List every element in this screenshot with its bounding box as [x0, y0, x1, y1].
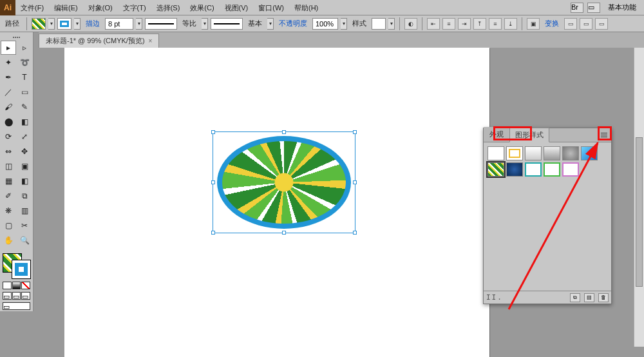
slice-tool[interactable]: ✂ — [17, 218, 32, 233]
style-thumb-pink-border[interactable] — [562, 162, 579, 177]
align-center-h-icon[interactable]: ≡ — [442, 18, 455, 30]
handle-s[interactable] — [282, 231, 286, 235]
line-tool[interactable]: ／ — [1, 85, 16, 99]
align-top-icon[interactable]: ⤒ — [473, 18, 486, 30]
scale-tool[interactable]: ⤢ — [17, 130, 32, 144]
fill-stroke-preview[interactable]: ▭ ▭ ▭ ▭ — [0, 252, 33, 311]
stroke-swatch[interactable] — [57, 18, 71, 30]
scroll-thumb[interactable] — [636, 137, 643, 287]
arrange-button[interactable]: ▭ — [587, 3, 600, 13]
stroke-link[interactable]: 描边 — [83, 19, 102, 28]
symbol-sprayer-tool[interactable]: ❋ — [1, 204, 16, 218]
gradient-tool[interactable]: ◧ — [17, 174, 32, 188]
selection-bounding-box[interactable] — [213, 131, 355, 233]
fill-swatch[interactable] — [32, 18, 46, 30]
fill-dropdown[interactable] — [48, 18, 55, 30]
variable-width-dropdown[interactable] — [202, 18, 208, 30]
draw-behind-icon[interactable]: ▭ — [12, 292, 21, 300]
graphic-styles-panel[interactable]: 外观 图形样式 II. ⧉ ▤ 🗑 — [483, 128, 612, 304]
handle-n[interactable] — [282, 130, 286, 134]
style-dropdown[interactable] — [388, 18, 395, 30]
style-thumb-shadow[interactable] — [544, 146, 560, 160]
menu-object[interactable]: 对象(O) — [83, 0, 118, 15]
menu-edit[interactable]: 编辑(E) — [49, 0, 83, 15]
opacity-link[interactable]: 不透明度 — [276, 19, 310, 28]
delete-style-icon[interactable]: 🗑 — [598, 293, 609, 302]
style-thumb-deep-blue[interactable] — [506, 162, 523, 177]
opacity-dropdown[interactable] — [341, 18, 347, 30]
tab-graphic-styles[interactable]: 图形样式 — [509, 128, 549, 142]
direct-selection-tool[interactable]: ▹ — [17, 41, 32, 55]
draw-normal-icon[interactable]: ▭ — [3, 292, 12, 300]
menu-effect[interactable]: 效果(C) — [185, 0, 219, 15]
break-link-icon[interactable]: ⧉ — [570, 293, 580, 302]
recolor-icon[interactable]: ◐ — [404, 18, 417, 30]
style-thumb-sphere[interactable] — [562, 146, 579, 160]
free-transform-tool[interactable]: ✥ — [17, 144, 32, 159]
align-bottom-icon[interactable]: ⤓ — [504, 18, 517, 30]
column-graph-tool[interactable]: ▥ — [17, 204, 32, 218]
transform-x-icon[interactable]: ▭ — [564, 18, 577, 30]
style-thumb-soft[interactable] — [525, 146, 542, 160]
stroke-dropdown[interactable] — [74, 18, 80, 30]
transform-link[interactable]: 变换 — [542, 19, 562, 28]
gradient-mode-icon[interactable] — [12, 282, 21, 289]
perspective-tool[interactable]: ▣ — [17, 159, 32, 173]
width-tool[interactable]: ⇔ — [1, 144, 16, 159]
tab-appearance[interactable]: 外观 — [484, 127, 509, 142]
opacity-field[interactable]: 100% — [312, 18, 338, 30]
zoom-tool[interactable]: 🔍 — [17, 233, 32, 247]
panel-footer-left-icon[interactable]: II. — [486, 293, 503, 302]
menu-file[interactable]: 文件(F) — [15, 0, 49, 15]
none-mode-icon[interactable] — [21, 282, 30, 289]
artboard-tool[interactable]: ▢ — [1, 218, 16, 233]
mesh-tool[interactable]: ▦ — [1, 174, 16, 188]
eraser-tool[interactable]: ◧ — [17, 115, 32, 129]
pencil-tool[interactable]: ✎ — [17, 100, 32, 114]
draw-inside-icon[interactable]: ▭ — [21, 292, 30, 300]
hand-tool[interactable]: ✋ — [1, 233, 16, 247]
rotate-tool[interactable]: ⟳ — [1, 130, 16, 144]
menu-type[interactable]: 文字(T) — [118, 0, 151, 15]
align-left-icon[interactable]: ⇤ — [427, 18, 440, 30]
handle-w[interactable] — [211, 180, 215, 184]
selection-tool[interactable]: ▸ — [1, 41, 16, 55]
workspace-switcher[interactable]: 基本功能 — [604, 3, 640, 12]
artboard[interactable] — [64, 48, 489, 357]
style-thumb-green-border[interactable] — [544, 162, 560, 177]
lasso-tool[interactable]: ➰ — [17, 55, 32, 70]
menu-select[interactable]: 选择(S) — [151, 0, 185, 15]
toolbox-grip[interactable] — [0, 35, 33, 40]
shape-builder-tool[interactable]: ◫ — [1, 159, 16, 173]
style-thumb-teal-border[interactable] — [525, 162, 542, 177]
color-mode-icon[interactable] — [3, 282, 12, 289]
new-style-icon[interactable]: ▤ — [584, 293, 594, 302]
panel-menu-icon[interactable] — [598, 130, 610, 140]
handle-nw[interactable] — [211, 130, 215, 134]
style-thumb-foliage[interactable] — [488, 162, 504, 177]
blend-tool[interactable]: ⧉ — [17, 189, 32, 203]
screen-mode-icon[interactable]: ▭ — [3, 302, 30, 310]
handle-se[interactable] — [353, 231, 357, 235]
brush-field[interactable] — [211, 18, 243, 30]
rectangle-tool[interactable]: ▭ — [17, 85, 32, 99]
document-tab[interactable]: 未标题-1* @ 99% (CMYK/预览) × — [39, 34, 159, 48]
align-right-icon[interactable]: ⇥ — [458, 18, 471, 30]
style-thumb-blue-gradient[interactable] — [581, 146, 598, 160]
paintbrush-tool[interactable]: 🖌 — [1, 100, 16, 114]
variable-width-field[interactable] — [145, 18, 177, 30]
magic-wand-tool[interactable]: ✦ — [1, 55, 16, 70]
transform-y-icon[interactable]: ▭ — [580, 18, 592, 30]
stroke-weight-field[interactable]: 8 pt — [105, 18, 133, 30]
bridge-button[interactable]: Br — [571, 3, 583, 13]
eyedropper-tool[interactable]: ✐ — [1, 189, 16, 203]
style-thumb-default[interactable] — [488, 146, 504, 160]
handle-e[interactable] — [353, 180, 357, 184]
stroke-preview[interactable] — [12, 260, 31, 279]
stroke-weight-dropdown[interactable] — [136, 18, 142, 30]
style-thumb-frame[interactable] — [506, 146, 523, 160]
menu-window[interactable]: 窗口(W) — [253, 0, 289, 15]
pen-tool[interactable]: ✒ — [1, 70, 16, 84]
type-tool[interactable]: T — [17, 70, 32, 84]
isolate-icon[interactable]: ▣ — [527, 18, 540, 30]
